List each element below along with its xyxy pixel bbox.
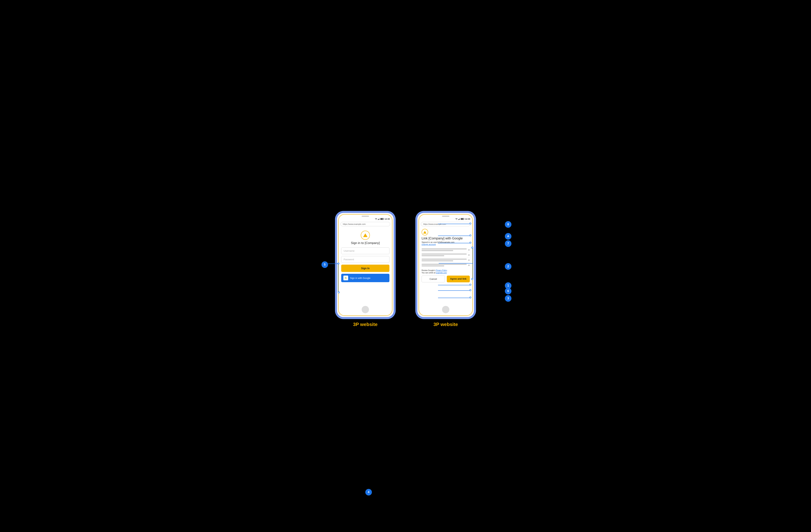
privacy-policy-link[interactable]: Privacy Policy <box>436 269 447 271</box>
perm-lines-2 <box>422 254 467 256</box>
annotation-4-area: 4 <box>365 489 372 496</box>
annotation-3: 3 <box>505 295 511 302</box>
annotation-2-label: 2 <box>507 265 509 268</box>
dot-A <box>470 234 471 236</box>
company-logo-right <box>422 229 428 235</box>
status-bar-right: 12:30 <box>419 217 472 221</box>
svg-rect-14 <box>461 218 463 219</box>
home-indicator-left <box>362 306 369 313</box>
chevron-icon-4: ∨ <box>468 264 470 267</box>
bracket-left-5 <box>338 263 338 292</box>
line-7 <box>438 243 471 243</box>
time-left: 12:30 <box>385 218 390 220</box>
svg-point-0 <box>376 219 376 220</box>
battery-icon-right <box>461 218 464 220</box>
wifi-icon-left <box>375 218 377 220</box>
phone1-content: Sign in to [Company] Username Password S… <box>339 227 392 284</box>
perm-line <box>422 248 467 249</box>
svg-point-8 <box>456 219 457 220</box>
permission-item-1: ∨ <box>422 247 470 253</box>
annotation-A-label: A <box>507 235 509 238</box>
unlink-text-prefix: You can unlink at <box>422 272 436 274</box>
sign-in-title: Sign in to [Company] <box>341 241 389 245</box>
dot-3 <box>470 297 471 299</box>
google-logo-icon: G <box>343 276 348 280</box>
google-sign-in-button[interactable]: G Sign in with Google <box>341 274 389 282</box>
triangle-icon-left <box>363 233 368 237</box>
svg-rect-9 <box>458 219 458 220</box>
svg-rect-10 <box>459 219 459 220</box>
dot-2-bottom <box>471 278 473 280</box>
status-icons-right <box>455 218 464 220</box>
change-account-link[interactable]: change account <box>422 243 470 245</box>
annotation-7-label: 7 <box>507 242 509 245</box>
annotation-8-label: 8 <box>507 223 509 226</box>
perm-line <box>422 260 453 261</box>
perm-line <box>422 254 467 255</box>
annotation-5: 5 <box>321 261 328 268</box>
chevron-icon-3: ∨ <box>468 259 470 261</box>
privacy-line: Review Google's Privacy Policy <box>422 269 470 271</box>
signal-icon-right <box>458 218 460 220</box>
phone-right-inner: 12:30 https://www.example.com <box>419 214 473 316</box>
svg-rect-2 <box>378 219 379 220</box>
annotation-7: 7 <box>505 240 511 247</box>
chevron-icon-1: ∨ <box>468 248 470 251</box>
svg-rect-1 <box>378 219 378 220</box>
line-6 <box>438 290 471 291</box>
annotation-A: A <box>505 233 511 240</box>
perm-line <box>422 264 467 265</box>
url-bar-left: https://www.example.com <box>340 222 390 226</box>
svg-rect-11 <box>459 218 460 220</box>
cancel-button[interactable]: Cancel <box>422 276 445 282</box>
perm-line <box>422 255 444 256</box>
battery-icon-left <box>380 218 384 220</box>
annotation-dot-5-bottom <box>338 291 340 293</box>
unlink-link[interactable]: example.com <box>436 272 447 274</box>
phone-left: 12:30 https://www.example.com Sign in to… <box>336 212 395 318</box>
signal-icon-left <box>378 218 380 220</box>
annotation-4-label: 4 <box>368 490 369 494</box>
logo-row <box>422 229 470 235</box>
line-2 <box>439 263 473 263</box>
annotation-2: 2 <box>505 263 511 270</box>
company-logo-left <box>361 231 370 240</box>
perm-line <box>422 265 444 267</box>
link-title: Link [Company] with Google <box>422 237 470 240</box>
phone1-label: 3P website <box>353 322 378 327</box>
perm-lines-1 <box>422 248 467 251</box>
annotation-3-label: 3 <box>507 297 509 300</box>
svg-rect-3 <box>379 218 379 220</box>
google-g-icon: G <box>345 276 347 279</box>
annotation-1-label: 1 <box>507 284 509 287</box>
url-text-left: https://www.example.com <box>343 223 366 225</box>
svg-rect-12 <box>460 218 460 220</box>
permission-list: ∨ ∨ <box>422 247 470 268</box>
password-field[interactable]: Password <box>341 256 389 263</box>
line-8 <box>438 224 471 224</box>
status-icons-left <box>375 218 384 220</box>
dot-1 <box>470 284 471 286</box>
sign-in-button[interactable]: Sign In <box>341 264 389 272</box>
agree-button[interactable]: Agree and link <box>447 276 470 282</box>
action-buttons: Cancel Agree and link <box>422 276 470 282</box>
dot-2-top <box>471 247 473 248</box>
phone2-label: 3P website <box>433 322 458 327</box>
username-field[interactable]: Username <box>341 247 389 254</box>
annotation-5-label: 5 <box>324 263 326 266</box>
svg-rect-15 <box>464 218 464 219</box>
google-sign-in-label: Sign in with Google <box>350 277 370 279</box>
url-bar-right: https://www.example.com <box>421 222 471 226</box>
dot-6 <box>470 289 471 291</box>
annotation-4: 4 <box>365 489 372 496</box>
privacy-text-prefix: Review Google's <box>422 269 436 271</box>
annotation-6-label: 6 <box>507 289 509 293</box>
dot-7 <box>470 242 471 244</box>
bracket-right-2 <box>473 247 473 279</box>
line-1 <box>438 285 471 285</box>
password-placeholder: Password <box>343 258 354 261</box>
svg-rect-6 <box>381 218 383 219</box>
home-indicator-right <box>442 306 449 313</box>
svg-rect-7 <box>384 218 384 219</box>
perm-line <box>422 259 467 260</box>
